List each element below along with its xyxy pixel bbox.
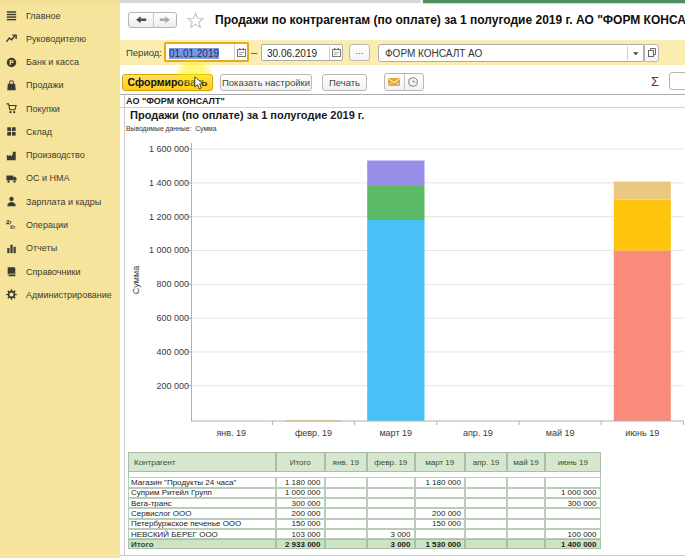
- svg-text:Сумма: Сумма: [131, 266, 141, 294]
- svg-text:600 000: 600 000: [156, 313, 189, 323]
- svg-text:1 000 000: 1 000 000: [149, 245, 189, 255]
- svg-text:1 400 000: 1 400 000: [149, 178, 189, 188]
- svg-text:1 200 000: 1 200 000: [149, 212, 189, 222]
- svg-text:400 000: 400 000: [156, 347, 189, 357]
- svg-text:июнь 19: июнь 19: [625, 428, 659, 438]
- svg-text:март 19: март 19: [379, 428, 412, 438]
- svg-text:1 600 000: 1 600 000: [149, 144, 189, 154]
- svg-text:апр. 19: апр. 19: [463, 428, 493, 438]
- svg-text:февр. 19: февр. 19: [295, 428, 332, 438]
- svg-text:200 000: 200 000: [156, 381, 189, 391]
- svg-text:Кт: Кт: [10, 226, 16, 231]
- svg-text:янв. 19: янв. 19: [216, 428, 246, 438]
- svg-text:Дт: Дт: [6, 220, 12, 225]
- svg-text:800 000: 800 000: [156, 279, 189, 289]
- svg-text:май 19: май 19: [546, 428, 575, 438]
- svg-text:P: P: [9, 58, 14, 65]
